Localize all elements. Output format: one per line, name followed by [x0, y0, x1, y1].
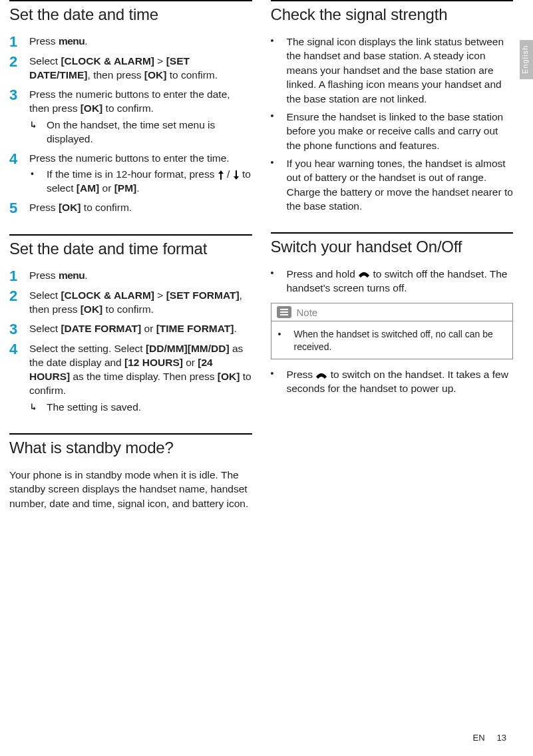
down-key-icon	[233, 170, 240, 180]
text: .	[234, 323, 236, 334]
step-1: 1 Press menu.	[9, 35, 252, 49]
note-box: Note • When the handset is switched off,…	[271, 303, 514, 359]
footer-page-number: 13	[497, 733, 506, 743]
bullet-icon: •	[271, 110, 276, 152]
text: or	[183, 357, 198, 368]
heading: Set the date and time format	[9, 240, 252, 258]
footer-language: EN	[472, 733, 484, 743]
bullet: • Ensure the handset is linked to the ba…	[271, 110, 514, 152]
section-set-date-time-format: Set the date and time format 1 Press men…	[9, 234, 252, 414]
text: Press	[287, 369, 316, 380]
heading: Check the signal strength	[271, 5, 514, 24]
step-number: 3	[9, 88, 21, 146]
hangup-key-icon	[358, 270, 370, 278]
heading: What is standby mode?	[9, 439, 252, 457]
language-tab: English	[520, 40, 533, 79]
bullet: • If you hear warning tones, the handset…	[271, 156, 514, 214]
text: as the time display. Then press	[70, 371, 218, 382]
section-signal-strength: Check the signal strength • The signal i…	[271, 0, 514, 214]
menu-button-label: menu	[59, 35, 85, 47]
rule	[9, 0, 252, 1]
rule	[9, 433, 252, 435]
step-number: 3	[9, 322, 21, 337]
step-number: 2	[9, 55, 21, 83]
option-label: [TIME FORMAT]	[156, 323, 234, 334]
key-label: [OK]	[218, 371, 240, 382]
section-switch-on-off: Switch your handset On/Off • Press and h…	[271, 232, 514, 396]
option-label: [DD/MM][MM/DD]	[146, 343, 230, 354]
key-label: [OK]	[81, 303, 103, 315]
page-footer: EN 13	[472, 733, 506, 743]
text: Select	[29, 323, 61, 334]
step-3: 3 Press the numeric buttons to enter the…	[9, 88, 252, 146]
text: to confirm.	[81, 202, 132, 213]
result-text: The setting is saved.	[47, 401, 141, 415]
menu-path: [CLOCK & ALARM]	[61, 55, 154, 67]
text: The signal icon displays the link status…	[287, 35, 514, 106]
rule	[271, 232, 514, 234]
rule	[9, 234, 252, 236]
text: , then press	[88, 69, 144, 81]
result-arrow-icon: ↳	[31, 401, 40, 415]
text: .	[85, 270, 87, 281]
text: Select the setting. Select	[29, 343, 146, 354]
step-number: 2	[9, 289, 21, 317]
step-4: 4 Select the setting. Select [DD/MM][MM/…	[9, 342, 252, 415]
key-label: [OK]	[59, 202, 81, 213]
option-label: [AM]	[77, 182, 99, 194]
text: .	[85, 35, 87, 47]
step-2: 2 Select [CLOCK & ALARM] > [SET FORMAT],…	[9, 289, 252, 317]
note-icon	[277, 306, 291, 318]
option-label: [PM]	[114, 182, 137, 194]
step-number: 4	[9, 342, 21, 415]
text: Press the numeric buttons to enter the t…	[29, 152, 230, 164]
option-label: [DATE FORMAT]	[61, 323, 141, 334]
option-label: [12 HOURS]	[124, 357, 183, 368]
text: to confirm.	[166, 69, 218, 81]
bullet-icon: •	[271, 156, 276, 214]
step-number: 1	[9, 269, 21, 284]
section-set-date-time: Set the date and time 1 Press menu. 2 Se…	[9, 0, 252, 216]
bullet: • Press to switch on the handset. It tak…	[271, 367, 514, 396]
bullet: • Press and hold to switch off the hands…	[271, 267, 514, 295]
bullet-icon: •	[271, 267, 276, 295]
result-arrow-icon: ↳	[31, 118, 40, 146]
result-text: On the handset, the time set menu is dis…	[47, 118, 252, 146]
bullet-icon: •	[278, 328, 287, 353]
step-4: 4 Press the numeric buttons to enter the…	[9, 152, 252, 196]
text: to confirm.	[102, 102, 154, 114]
text: >	[154, 289, 166, 301]
step-number: 4	[9, 152, 21, 196]
text: /	[227, 168, 233, 180]
up-key-icon	[218, 170, 224, 180]
heading: Set the date and time	[9, 5, 252, 24]
text: Press	[29, 35, 59, 47]
text: If the time is in 12-hour format, press	[47, 168, 218, 180]
section-standby-mode: What is standby mode? Your phone is in s…	[9, 433, 252, 510]
step-number: 1	[9, 35, 21, 49]
text: .	[136, 182, 139, 194]
text: >	[154, 55, 166, 67]
step-5: 5 Press [OK] to confirm.	[9, 201, 252, 216]
rule	[271, 0, 514, 1]
text: Press	[29, 202, 59, 213]
bullet: • The signal icon displays the link stat…	[271, 35, 514, 106]
text: Press	[29, 270, 59, 281]
step-1: 1 Press menu.	[9, 269, 252, 284]
bullet-icon: •	[271, 367, 276, 396]
step-3: 3 Select [DATE FORMAT] or [TIME FORMAT].	[9, 322, 252, 337]
note-label: Note	[297, 307, 318, 318]
text: Select	[29, 55, 61, 67]
text: to confirm.	[102, 303, 154, 315]
menu-path: [SET FORMAT]	[166, 289, 240, 301]
text: or	[141, 323, 156, 334]
bullet-icon: •	[31, 168, 40, 196]
text: Ensure the handset is linked to the base…	[287, 110, 514, 152]
key-label: [OK]	[144, 69, 167, 81]
step-2: 2 Select [CLOCK & ALARM] > [SET DATE/TIM…	[9, 55, 252, 83]
menu-path: [CLOCK & ALARM]	[61, 289, 154, 301]
menu-button-label: menu	[59, 270, 85, 281]
text: Press and hold	[287, 268, 359, 280]
bullet-icon: •	[271, 35, 276, 106]
hangup-key-icon	[315, 371, 327, 379]
